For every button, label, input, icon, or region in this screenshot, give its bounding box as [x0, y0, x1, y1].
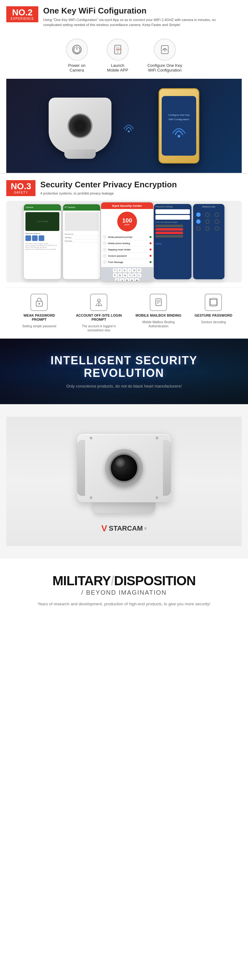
mobile-app-icon: eye4 [107, 38, 129, 60]
slash-icon: / [111, 573, 114, 588]
mobile-mailbox-icon [150, 294, 167, 311]
ss4-opt1 [156, 225, 183, 227]
ss1-feed: Live Feed [25, 212, 59, 231]
camera-lens [67, 113, 92, 138]
brand-v-letter: V [102, 523, 107, 533]
step-power-label: Power onCamera [68, 63, 85, 73]
kb-key-k: K [132, 273, 137, 277]
kb-key-o: O [132, 268, 137, 273]
feature-gesture-password-desc: Gesture decoding [201, 320, 226, 324]
ss-row-icon-5 [103, 260, 107, 264]
section2-title-block: One Key WiFi Cofiguration Using "One Key… [43, 6, 231, 28]
ss-row-icon-3 [103, 248, 107, 252]
points-number: 100 [122, 218, 132, 223]
section2-description: Using "One Key WiFi Configuration" via e… [43, 17, 231, 28]
phone-screen: Configure One Key WiFi Configuration [162, 96, 196, 156]
section2-header: NO.2 EXPERIENCE One Key WiFi Cofiguratio… [6, 6, 242, 28]
kb-row-1: T Y U I O P [102, 268, 152, 273]
ss-row-status-1 [149, 236, 151, 238]
wifi-config-icon [154, 38, 176, 60]
cam-screw-br [156, 496, 158, 499]
ss-row-icon-4 [103, 254, 107, 258]
svg-rect-5 [161, 46, 168, 54]
ss4-opt3 [156, 232, 183, 234]
intelligent-title-line2: REVOLUTION [84, 366, 164, 379]
kb-key-u: U [122, 268, 127, 273]
svg-point-10 [38, 303, 40, 305]
ss5-title: Gesture Lock [195, 205, 223, 208]
gesture-password-icon [205, 294, 222, 311]
svg-point-7 [128, 130, 130, 132]
step-wifi-label: Configure One KeyWiFi Configuration [148, 63, 183, 73]
gesture-dot-9 [215, 226, 219, 231]
section-product: V STARCAM ® [0, 404, 248, 558]
ss-row-status-3 [149, 248, 151, 250]
ss-row-label-2: Mobile phone binding [108, 242, 130, 244]
gesture-dot-1 [196, 212, 200, 217]
section-wifi: NO.2 EXPERIENCE One Key WiFi Cofiguratio… [0, 0, 248, 173]
gesture-dot-8 [205, 226, 210, 231]
ss1-header: Camera [24, 204, 61, 210]
ss2-item1: Device list [65, 232, 99, 236]
ss4-input2 [156, 215, 190, 220]
steps-row: Power onCamera eye4 LaunchMobile APP [6, 32, 242, 76]
feature-mobile-mailbox: MOBILE MAILBOX BINDING Mobile Mailbox Bi… [135, 294, 182, 332]
kb-key-c: C [115, 278, 119, 281]
ss1-info: Draw the circle or... [25, 232, 59, 234]
ss2-title: IP Camera [65, 206, 75, 208]
brand-tm: ® [145, 527, 146, 530]
kb-key-i: I [127, 268, 132, 273]
camera-product-group [71, 429, 177, 517]
intelligent-subtitle: Only conscience products, do not do blac… [6, 384, 242, 388]
security-screenshots: Camera Live Feed Draw the circle or... A… [6, 201, 242, 282]
kb-row-2: F G H J K L [102, 273, 152, 277]
ss4-content: Password Setting Enter new password agai… [154, 204, 191, 247]
cam-lens-ring [105, 449, 143, 487]
ss-row-1: Weak password prompt [103, 234, 151, 240]
kb-key-n: N [130, 278, 134, 281]
kb-key-v: V [120, 278, 124, 281]
section3-header: NO.3 SAFETY Security Center Privacy Encr… [6, 180, 242, 196]
cam-screw-tr [156, 437, 158, 439]
svg-rect-13 [156, 299, 161, 305]
gesture-dot-6 [215, 220, 219, 224]
kb-key-t: T [113, 268, 117, 273]
kb-key-g: G [118, 273, 122, 277]
ss-row-label-3: Mapping email Verifier [108, 248, 131, 250]
ss-row-label-5: Push Message [108, 261, 123, 263]
ss2-item3: Playback [65, 239, 99, 243]
ss-row-icon-1 [103, 235, 107, 239]
badge-number: NO.2 [11, 8, 34, 17]
ss-row-status-4 [149, 255, 151, 257]
camera-housing [77, 433, 171, 503]
ss4-title: Password Setting [156, 205, 190, 208]
gesture-dot-2 [205, 212, 210, 217]
ss2-header: IP Camera [63, 204, 100, 210]
btn1 [25, 235, 31, 241]
kb-key-l: L [137, 273, 141, 277]
security-features-row: WEAK PASSWORD PROMPT Setting simple pass… [6, 287, 242, 339]
screenshot-2: IP Camera Device list Settings Playback [63, 204, 100, 279]
ss4-options [156, 225, 190, 237]
kb-key-f: F [113, 273, 117, 277]
intelligent-title-line1: INTELLIGENT SECURITY [51, 354, 197, 367]
badge-no2: NO.2 EXPERIENCE [6, 6, 38, 22]
ss5-content: Gesture Lock [193, 204, 224, 234]
center-ph-header: Eye4 Security Center [101, 202, 153, 209]
ss4-input1 [156, 209, 190, 214]
points-text: points [125, 223, 130, 225]
screenshot-5: Gesture Lock [193, 204, 224, 279]
kb-key-y: Y [118, 268, 122, 273]
product-container: V STARCAM ® [6, 417, 242, 546]
cam-screw-tl [90, 437, 92, 439]
ss-row-4: Gesture password [103, 253, 151, 259]
cam-left-panel [77, 440, 85, 496]
ss-row-status-5 [149, 261, 151, 263]
military-title: MILITARY/DISPOSITION [6, 574, 242, 587]
feature-weak-password: WEAK PASSWORD PROMPT Setting simple pass… [16, 294, 63, 332]
cam-right-panel [163, 440, 171, 496]
ss-row-icon-2 [103, 241, 107, 245]
cam-screw-bl [90, 496, 92, 499]
ss-row-5: Push Message [103, 259, 151, 265]
military-title-main: MILITARY [52, 573, 111, 588]
